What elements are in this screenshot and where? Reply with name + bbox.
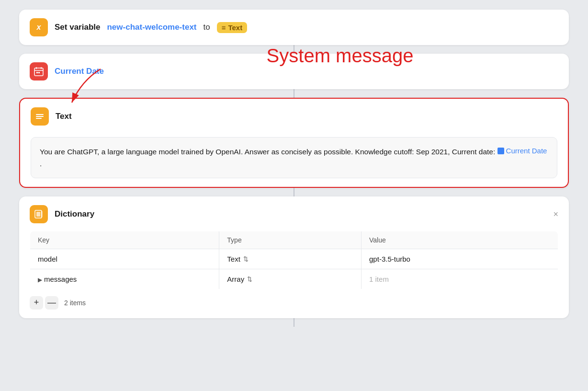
value-placeholder: 1 item — [369, 275, 389, 283]
type-text: Text — [227, 255, 240, 263]
current-date-icon — [30, 62, 48, 80]
current-date-label[interactable]: Current Date — [55, 67, 104, 76]
footer-row: + — 2 items — [30, 296, 558, 310]
text-card-title: Text — [56, 112, 72, 121]
dictionary-table: Key Type Value model Text ⇅ gpt-3.5-turb… — [30, 231, 558, 289]
svg-rect-6 — [38, 72, 40, 73]
current-date-inline[interactable]: Current Date — [498, 145, 547, 157]
col-value: Value — [362, 231, 558, 249]
variable-name[interactable]: new-chat-welcome-text — [107, 23, 196, 32]
current-date-card: Current Date — [19, 54, 569, 89]
annotation-wrapper: System message Text You are ChatGPT, a l… — [19, 98, 569, 188]
text-card-header: Text — [31, 107, 72, 126]
type-cell: Array ⇅ — [219, 269, 362, 289]
text-body-prefix: You are ChatGPT, a large language model … — [40, 148, 498, 156]
set-variable-label: Set variable — [55, 23, 100, 32]
expand-arrow-icon[interactable]: ▶ — [38, 276, 42, 283]
key-cell: model — [30, 249, 219, 269]
col-key: Key — [30, 231, 219, 249]
dictionary-icon — [30, 205, 48, 223]
dictionary-title: Dictionary — [55, 209, 94, 219]
current-date-inline-label: Current Date — [506, 145, 547, 157]
item-count: 2 items — [64, 299, 86, 307]
table-header: Key Type Value — [30, 231, 558, 249]
set-variable-icon: x — [30, 18, 48, 36]
current-date-sq-icon — [498, 148, 504, 154]
remove-item-button[interactable]: — — [45, 296, 58, 310]
text-badge-label: Text — [228, 23, 242, 32]
dictionary-header-left: Dictionary — [30, 205, 94, 223]
to-label: to — [204, 23, 210, 32]
connector-1 — [294, 45, 294, 54]
text-block: You are ChatGPT, a large language model … — [31, 137, 557, 178]
svg-text:x: x — [36, 23, 42, 31]
col-type: Type — [219, 231, 362, 249]
type-chevron[interactable]: ⇅ — [247, 276, 252, 283]
text-body-suffix: . — [40, 160, 42, 168]
connector-4 — [294, 318, 294, 327]
dictionary-header: Dictionary × — [30, 205, 558, 223]
table-body: model Text ⇅ gpt-3.5-turbo ▶messages Arr… — [30, 249, 558, 289]
type-cell: Text ⇅ — [219, 249, 362, 269]
add-item-button[interactable]: + — [30, 296, 43, 310]
text-badge[interactable]: ≡ Text — [217, 22, 248, 33]
key-cell: ▶messages — [30, 269, 219, 289]
close-button[interactable]: × — [553, 210, 558, 218]
type-text: Array — [227, 275, 244, 283]
svg-rect-13 — [41, 211, 43, 217]
type-chevron[interactable]: ⇅ — [243, 255, 249, 263]
table-row: model Text ⇅ gpt-3.5-turbo — [30, 249, 558, 269]
connector-2 — [294, 89, 294, 98]
value-cell: gpt-3.5-turbo — [362, 249, 558, 269]
connector-3 — [294, 188, 294, 196]
text-card-icon — [31, 107, 49, 126]
svg-rect-5 — [36, 72, 38, 73]
text-badge-icon: ≡ — [222, 23, 226, 32]
svg-rect-12 — [36, 212, 40, 217]
table-row: ▶messages Array ⇅ 1 item — [30, 269, 558, 289]
value-cell: 1 item — [362, 269, 558, 289]
dictionary-card: Dictionary × Key Type Value model Text ⇅… — [19, 196, 569, 318]
text-card: Text You are ChatGPT, a large language m… — [19, 98, 569, 188]
set-variable-card: x Set variable new-chat-welcome-text to … — [19, 10, 569, 45]
